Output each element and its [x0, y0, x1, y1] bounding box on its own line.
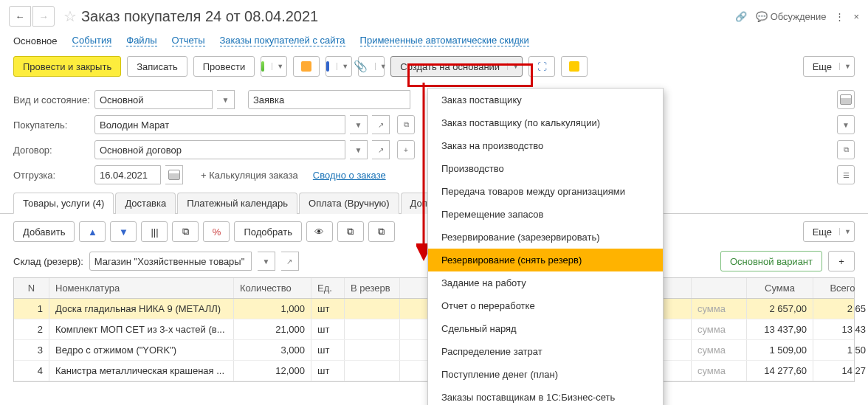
col-reserve[interactable]: В резерв — [345, 278, 400, 298]
variant-add-button[interactable]: + — [828, 251, 855, 271]
flag-button[interactable] — [561, 56, 588, 77]
tab-auto-discounts[interactable]: Примененные автоматические скидки — [360, 35, 529, 46]
col-unit[interactable]: Ед. — [311, 278, 345, 298]
contract-input[interactable]: Основной договор — [94, 140, 345, 159]
col-qty[interactable]: Количество — [234, 278, 311, 298]
menu-item[interactable]: Заказ поставщику (по калькуляции) — [428, 111, 663, 134]
barcode-button[interactable]: ||| — [141, 221, 168, 242]
menu-item[interactable]: Заказы поставщикам в 1С:Бизнес-сеть — [428, 386, 663, 405]
create-based-on-button[interactable]: Создать на основании▼ — [390, 56, 523, 77]
kind-label: Вид и состояние: — [13, 94, 90, 105]
menu-item[interactable]: Поступление денег (план) — [428, 363, 663, 386]
buyer-open-btn[interactable]: ↗ — [372, 115, 390, 134]
col-sum[interactable]: Сумма — [747, 278, 813, 298]
subtab-delivery[interactable]: Доставка — [115, 193, 176, 214]
tab-main[interactable]: Основное — [13, 35, 58, 46]
cell-reserve — [345, 361, 400, 381]
warehouse-dropdown-btn[interactable]: ▼ — [258, 252, 275, 271]
kind-input[interactable]: Основной — [94, 90, 213, 109]
add-row-button[interactable]: Добавить — [13, 221, 75, 242]
move-down-button[interactable]: ▼ — [110, 221, 137, 242]
more-button[interactable]: Еще▼ — [803, 56, 855, 77]
pick-button[interactable]: Подобрать — [234, 221, 301, 242]
discussion-link[interactable]: 💬 Обсуждение — [756, 11, 826, 22]
menu-item[interactable]: Распределение затрат — [428, 340, 663, 363]
percent-button[interactable]: % — [203, 221, 230, 242]
subtab-goods[interactable]: Товары, услуги (4) — [13, 193, 114, 214]
link-icon[interactable]: 🔗 — [735, 11, 747, 22]
ship-calendar-btn[interactable] — [165, 165, 183, 184]
tab-files[interactable]: Файлы — [126, 35, 156, 46]
post-button[interactable]: Провести — [193, 56, 255, 77]
cell-unit: шт — [311, 319, 345, 339]
tab-events[interactable]: События — [72, 35, 112, 46]
print-button[interactable]: ▼ — [326, 56, 352, 77]
page-title: Заказ покупателя 24 от 08.04.2021 — [81, 8, 318, 25]
aux-btn-4[interactable]: ☰ — [837, 165, 855, 184]
warehouse-open-btn[interactable]: ↗ — [281, 252, 299, 271]
calendar-icon — [168, 170, 180, 180]
new-doc-button[interactable]: ▼ — [261, 56, 287, 77]
buyer-dropdown-btn[interactable]: ▼ — [350, 115, 368, 134]
scan-button[interactable]: ⧉ — [172, 221, 199, 242]
contract-extra-btn[interactable]: + — [397, 140, 415, 159]
attach-button[interactable]: 📎▼ — [358, 56, 385, 77]
cell-total: 2 65 — [813, 299, 868, 319]
menu-item[interactable]: Перемещение запасов — [428, 203, 663, 226]
post-and-close-button[interactable]: Провести и закрыть — [13, 56, 121, 77]
contract-dropdown-btn[interactable]: ▼ — [350, 140, 368, 159]
state-input[interactable]: Заявка — [248, 90, 410, 109]
paste-button[interactable]: ⧉ — [368, 221, 395, 242]
menu-item[interactable]: Резервирование (зарезервировать) — [428, 226, 663, 249]
menu-item[interactable]: Сдельный наряд — [428, 317, 663, 340]
buyer-extra-btn[interactable]: ⧉ — [397, 115, 415, 134]
subtab-payment[interactable]: Оплата (Вручную) — [299, 193, 399, 214]
contract-open-btn[interactable]: ↗ — [372, 140, 390, 159]
new-doc-icon — [261, 61, 264, 72]
col-nomen[interactable]: Номенклатура — [49, 278, 234, 298]
summary-link[interactable]: Сводно о заказе — [313, 170, 386, 181]
cell-n: 2 — [14, 319, 49, 339]
menu-item[interactable]: Резервирование (снять резерв) — [428, 249, 663, 271]
cell-n: 3 — [14, 340, 49, 360]
structure-button[interactable]: ⛶ — [528, 56, 555, 77]
save-button[interactable]: Записать — [127, 56, 187, 77]
close-icon[interactable]: × — [853, 11, 859, 22]
favorite-star-icon[interactable]: ☆ — [63, 7, 77, 25]
menu-item[interactable]: Задание на работу — [428, 271, 663, 294]
menu-item[interactable]: Производство — [428, 157, 663, 180]
structure-icon: ⛶ — [537, 61, 547, 72]
cell-nomen: Комплект МОП СЕТ из 3-х частей (в... — [49, 319, 234, 339]
view-button[interactable]: 👁 — [306, 221, 333, 242]
cell-sum-label: сумма — [692, 340, 747, 360]
cell-reserve — [345, 340, 400, 360]
date-aux1-btn[interactable] — [837, 90, 855, 109]
warehouse-input[interactable]: Магазин "Хозяйственные товары" — [89, 252, 252, 271]
nav-forward-button[interactable]: → — [32, 6, 55, 27]
mail-button[interactable] — [293, 56, 320, 77]
menu-item[interactable]: Передача товаров между организациями — [428, 180, 663, 203]
menu-item[interactable]: Заказ на производство — [428, 134, 663, 157]
subtab-payment-calendar[interactable]: Платежный календарь — [177, 193, 297, 214]
col-n[interactable]: N — [14, 278, 49, 298]
create-based-on-menu: Заказ поставщикуЗаказ поставщику (по кал… — [427, 88, 664, 405]
subbar-more-button[interactable]: Еще▼ — [803, 221, 855, 242]
ship-date-input[interactable]: 16.04.2021 — [94, 165, 161, 184]
kebab-menu-icon[interactable]: ⋮ — [835, 11, 844, 22]
tab-site-orders[interactable]: Заказы покупателей с сайта — [220, 35, 345, 46]
aux-btn-3[interactable]: ⧉ — [837, 140, 855, 159]
copy-button[interactable]: ⧉ — [337, 221, 364, 242]
move-up-button[interactable]: ▲ — [79, 221, 106, 242]
menu-item[interactable]: Заказ поставщику — [428, 89, 663, 111]
col-total[interactable]: Всего — [813, 278, 868, 298]
buyer-input[interactable]: Володин Марат — [94, 115, 345, 134]
cell-total: 13 43 — [813, 319, 868, 339]
menu-item[interactable]: Отчет о переработке — [428, 294, 663, 317]
aux-btn-2[interactable]: ▼ — [837, 115, 855, 134]
nav-back-button[interactable]: ← — [9, 6, 31, 27]
cell-unit: шт — [311, 361, 345, 381]
variant-button[interactable]: Основной вариант — [720, 251, 822, 271]
tab-reports[interactable]: Отчеты — [172, 35, 205, 46]
col-sumlabel — [692, 278, 747, 298]
kind-dropdown-btn[interactable]: ▼ — [217, 90, 235, 109]
